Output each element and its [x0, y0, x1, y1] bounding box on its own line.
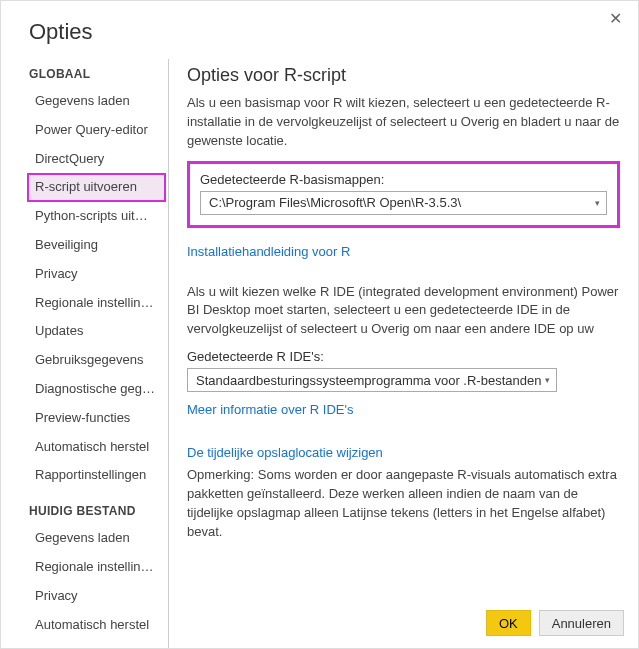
sidebar-item[interactable]: Gegevens laden	[27, 524, 162, 553]
cancel-button[interactable]: Annuleren	[539, 610, 624, 636]
sidebar-item[interactable]: Beveiliging	[27, 231, 162, 260]
sidebar-item[interactable]: Regionale instellin…	[27, 289, 162, 318]
temp-location-link[interactable]: De tijdelijke opslaglocatie wijzigen	[187, 445, 383, 460]
close-icon[interactable]: ✕	[603, 7, 628, 30]
sidebar-item[interactable]: Gebruiksgegevens	[27, 346, 162, 375]
sidebar-item[interactable]: Python-scripts uit…	[27, 202, 162, 231]
panel-title: Opties voor R-script	[187, 65, 620, 86]
sidebar-item[interactable]: Power Query-editor	[27, 116, 162, 145]
chevron-down-icon: ▾	[545, 375, 550, 385]
sidebar-item[interactable]: Updates	[27, 317, 162, 346]
r-home-value: C:\Program Files\Microsoft\R Open\R-3.5.…	[209, 195, 461, 210]
sidebar-item[interactable]: Privacy	[27, 582, 162, 611]
ok-button[interactable]: OK	[486, 610, 531, 636]
dialog-footer: OK Annuleren	[486, 610, 624, 636]
temp-note: Opmerking: Soms worden er door aangepast…	[187, 466, 620, 541]
ide-intro: Als u wilt kiezen welke R IDE (integrate…	[187, 283, 620, 340]
r-home-highlight: Gedetecteerde R-basismappen: C:\Program …	[187, 161, 620, 228]
dialog-title: Opties	[1, 1, 638, 59]
r-home-label: Gedetecteerde R-basismappen:	[200, 172, 607, 187]
r-home-dropdown[interactable]: C:\Program Files\Microsoft\R Open\R-3.5.…	[200, 191, 607, 215]
r-home-intro: Als u een basismap voor R wilt kiezen, s…	[187, 94, 620, 151]
sidebar-item[interactable]: Privacy	[27, 260, 162, 289]
sidebar-item[interactable]: DirectQuery	[27, 639, 162, 649]
ide-dropdown[interactable]: Standaardbesturingssysteemprogramma voor…	[187, 368, 557, 392]
sidebar-item[interactable]: Preview-functies	[27, 404, 162, 433]
main-panel: Opties voor R-script Als u een basismap …	[169, 59, 638, 649]
sidebar-item[interactable]: Automatisch herstel	[27, 611, 162, 640]
sidebar-item[interactable]: Diagnostische geg…	[27, 375, 162, 404]
ide-info-link[interactable]: Meer informatie over R IDE's	[187, 402, 353, 417]
sidebar-item[interactable]: Gegevens laden	[27, 87, 162, 116]
sidebar-item[interactable]: Automatisch herstel	[27, 433, 162, 462]
ide-label: Gedetecteerde R IDE's:	[187, 349, 620, 364]
sidebar-item[interactable]: R-script uitvoeren	[27, 173, 166, 202]
sidebar-item[interactable]: Rapportinstellingen	[27, 461, 162, 490]
r-install-guide-link[interactable]: Installatiehandleiding voor R	[187, 244, 350, 259]
ide-value: Standaardbesturingssysteemprogramma voor…	[196, 373, 541, 388]
sidebar: GLOBAAL Gegevens ladenPower Query-editor…	[29, 59, 169, 649]
sidebar-item[interactable]: DirectQuery	[27, 145, 162, 174]
sidebar-item[interactable]: Regionale instellin…	[27, 553, 162, 582]
chevron-down-icon: ▾	[595, 198, 600, 208]
sidebar-header-current: HUIDIG BESTAND	[29, 504, 162, 518]
sidebar-header-global: GLOBAAL	[29, 67, 162, 81]
